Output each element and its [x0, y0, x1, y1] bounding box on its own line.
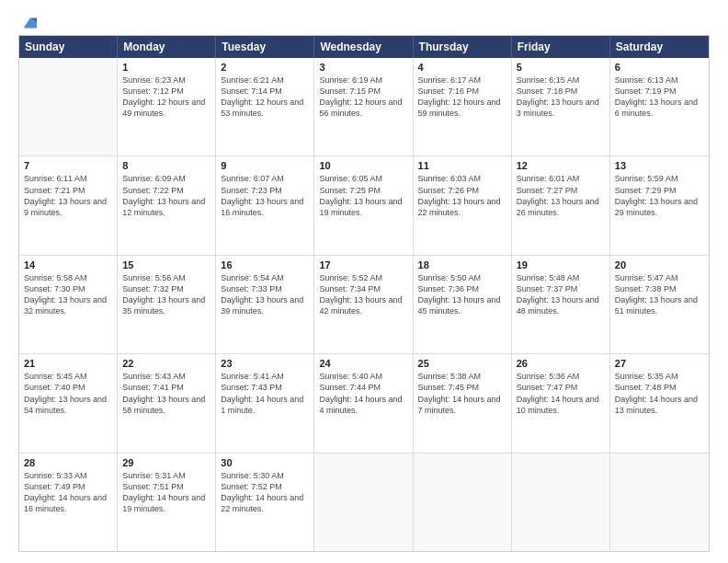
day-number: 18 — [418, 259, 506, 270]
calendar-cell: 29Sunrise: 5:31 AM Sunset: 7:51 PM Dayli… — [118, 454, 216, 551]
day-info: Sunrise: 5:43 AM Sunset: 7:41 PM Dayligh… — [122, 371, 210, 416]
calendar-week: 21Sunrise: 5:45 AM Sunset: 7:40 PM Dayli… — [19, 354, 709, 453]
calendar-cell: 7Sunrise: 6:11 AM Sunset: 7:21 PM Daylig… — [19, 156, 118, 254]
day-number: 1 — [122, 62, 210, 73]
calendar-cell: 27Sunrise: 5:35 AM Sunset: 7:48 PM Dayli… — [610, 354, 709, 452]
day-info: Sunrise: 5:50 AM Sunset: 7:36 PM Dayligh… — [418, 272, 506, 317]
calendar-header: SundayMondayTuesdayWednesdayThursdayFrid… — [19, 36, 709, 58]
day-number: 19 — [517, 259, 605, 270]
calendar-cell: 12Sunrise: 6:01 AM Sunset: 7:27 PM Dayli… — [512, 156, 610, 254]
day-number: 30 — [221, 457, 309, 468]
day-number: 20 — [615, 259, 704, 270]
calendar-header-cell: Tuesday — [216, 36, 314, 58]
day-number: 5 — [517, 62, 605, 73]
day-number: 25 — [418, 358, 506, 369]
day-info: Sunrise: 6:21 AM Sunset: 7:14 PM Dayligh… — [221, 75, 309, 120]
day-number: 15 — [122, 259, 210, 270]
calendar-cell — [314, 454, 413, 551]
day-info: Sunrise: 6:19 AM Sunset: 7:15 PM Dayligh… — [319, 75, 407, 120]
day-info: Sunrise: 6:09 AM Sunset: 7:22 PM Dayligh… — [122, 173, 210, 218]
day-info: Sunrise: 5:48 AM Sunset: 7:37 PM Dayligh… — [517, 272, 605, 317]
day-number: 17 — [319, 259, 407, 270]
calendar-header-cell: Wednesday — [314, 36, 413, 58]
day-info: Sunrise: 5:52 AM Sunset: 7:34 PM Dayligh… — [319, 272, 407, 317]
day-number: 10 — [319, 160, 407, 171]
calendar-cell: 19Sunrise: 5:48 AM Sunset: 7:37 PM Dayli… — [512, 256, 610, 353]
day-info: Sunrise: 5:47 AM Sunset: 7:38 PM Dayligh… — [615, 272, 704, 317]
logo-icon — [20, 15, 37, 31]
header — [18, 15, 710, 28]
calendar-cell — [19, 58, 118, 155]
day-info: Sunrise: 5:36 AM Sunset: 7:47 PM Dayligh… — [517, 371, 605, 416]
day-number: 14 — [24, 259, 112, 270]
calendar-cell: 26Sunrise: 5:36 AM Sunset: 7:47 PM Dayli… — [512, 354, 610, 452]
calendar-header-cell: Sunday — [19, 36, 118, 58]
day-info: Sunrise: 5:30 AM Sunset: 7:52 PM Dayligh… — [221, 470, 309, 515]
calendar-cell: 8Sunrise: 6:09 AM Sunset: 7:22 PM Daylig… — [118, 156, 216, 254]
calendar-cell: 3Sunrise: 6:19 AM Sunset: 7:15 PM Daylig… — [314, 58, 413, 155]
day-info: Sunrise: 6:23 AM Sunset: 7:12 PM Dayligh… — [122, 75, 210, 120]
calendar-header-cell: Thursday — [414, 36, 512, 58]
calendar-cell: 16Sunrise: 5:54 AM Sunset: 7:33 PM Dayli… — [216, 256, 314, 353]
day-info: Sunrise: 6:17 AM Sunset: 7:16 PM Dayligh… — [418, 75, 506, 120]
calendar-cell: 1Sunrise: 6:23 AM Sunset: 7:12 PM Daylig… — [118, 58, 216, 155]
calendar-cell: 30Sunrise: 5:30 AM Sunset: 7:52 PM Dayli… — [216, 454, 314, 551]
calendar-cell: 15Sunrise: 5:56 AM Sunset: 7:32 PM Dayli… — [118, 256, 216, 353]
day-number: 2 — [221, 62, 309, 73]
day-number: 9 — [221, 160, 309, 171]
calendar-cell: 11Sunrise: 6:03 AM Sunset: 7:26 PM Dayli… — [414, 156, 512, 254]
day-info: Sunrise: 5:40 AM Sunset: 7:44 PM Dayligh… — [319, 371, 407, 416]
calendar-cell: 10Sunrise: 6:05 AM Sunset: 7:25 PM Dayli… — [314, 156, 413, 254]
calendar-cell: 5Sunrise: 6:15 AM Sunset: 7:18 PM Daylig… — [512, 58, 610, 155]
day-number: 6 — [615, 62, 704, 73]
day-info: Sunrise: 6:03 AM Sunset: 7:26 PM Dayligh… — [418, 173, 506, 218]
day-number: 27 — [615, 358, 704, 369]
day-info: Sunrise: 6:05 AM Sunset: 7:25 PM Dayligh… — [319, 173, 407, 218]
calendar-cell: 18Sunrise: 5:50 AM Sunset: 7:36 PM Dayli… — [414, 256, 512, 353]
calendar-cell: 6Sunrise: 6:13 AM Sunset: 7:19 PM Daylig… — [610, 58, 709, 155]
day-number: 16 — [221, 259, 309, 270]
day-number: 3 — [319, 62, 407, 73]
calendar-week: 7Sunrise: 6:11 AM Sunset: 7:21 PM Daylig… — [19, 156, 709, 255]
day-number: 29 — [122, 457, 210, 468]
calendar-cell: 13Sunrise: 5:59 AM Sunset: 7:29 PM Dayli… — [610, 156, 709, 254]
calendar: SundayMondayTuesdayWednesdayThursdayFrid… — [18, 35, 710, 552]
day-number: 12 — [517, 160, 605, 171]
calendar-week: 14Sunrise: 5:58 AM Sunset: 7:30 PM Dayli… — [19, 256, 709, 354]
logo — [18, 15, 37, 28]
calendar-cell: 22Sunrise: 5:43 AM Sunset: 7:41 PM Dayli… — [118, 354, 216, 452]
day-info: Sunrise: 6:11 AM Sunset: 7:21 PM Dayligh… — [24, 173, 112, 218]
day-info: Sunrise: 5:58 AM Sunset: 7:30 PM Dayligh… — [24, 272, 112, 317]
day-info: Sunrise: 5:41 AM Sunset: 7:43 PM Dayligh… — [221, 371, 309, 416]
day-info: Sunrise: 6:15 AM Sunset: 7:18 PM Dayligh… — [517, 75, 605, 120]
day-info: Sunrise: 5:31 AM Sunset: 7:51 PM Dayligh… — [122, 470, 210, 515]
calendar-cell: 28Sunrise: 5:33 AM Sunset: 7:49 PM Dayli… — [19, 454, 118, 551]
day-number: 24 — [319, 358, 407, 369]
day-number: 21 — [24, 358, 112, 369]
day-info: Sunrise: 5:56 AM Sunset: 7:32 PM Dayligh… — [122, 272, 210, 317]
day-info: Sunrise: 5:59 AM Sunset: 7:29 PM Dayligh… — [615, 173, 704, 218]
day-info: Sunrise: 5:33 AM Sunset: 7:49 PM Dayligh… — [24, 470, 112, 515]
calendar-cell: 25Sunrise: 5:38 AM Sunset: 7:45 PM Dayli… — [414, 354, 512, 452]
page: SundayMondayTuesdayWednesdayThursdayFrid… — [0, 0, 728, 563]
calendar-week: 1Sunrise: 6:23 AM Sunset: 7:12 PM Daylig… — [19, 58, 709, 156]
day-number: 23 — [221, 358, 309, 369]
day-number: 26 — [517, 358, 605, 369]
day-number: 4 — [418, 62, 506, 73]
day-number: 11 — [418, 160, 506, 171]
day-number: 7 — [24, 160, 112, 171]
calendar-cell — [610, 454, 709, 551]
calendar-body: 1Sunrise: 6:23 AM Sunset: 7:12 PM Daylig… — [19, 58, 709, 551]
calendar-cell: 17Sunrise: 5:52 AM Sunset: 7:34 PM Dayli… — [314, 256, 413, 353]
calendar-header-cell: Friday — [512, 36, 610, 58]
calendar-cell — [414, 454, 512, 551]
day-info: Sunrise: 6:13 AM Sunset: 7:19 PM Dayligh… — [615, 75, 704, 120]
calendar-cell: 2Sunrise: 6:21 AM Sunset: 7:14 PM Daylig… — [216, 58, 314, 155]
day-number: 8 — [122, 160, 210, 171]
calendar-header-cell: Monday — [118, 36, 216, 58]
calendar-header-cell: Saturday — [610, 36, 709, 58]
day-info: Sunrise: 5:35 AM Sunset: 7:48 PM Dayligh… — [615, 371, 704, 416]
calendar-cell — [512, 454, 610, 551]
day-info: Sunrise: 5:54 AM Sunset: 7:33 PM Dayligh… — [221, 272, 309, 317]
day-info: Sunrise: 6:01 AM Sunset: 7:27 PM Dayligh… — [517, 173, 605, 218]
